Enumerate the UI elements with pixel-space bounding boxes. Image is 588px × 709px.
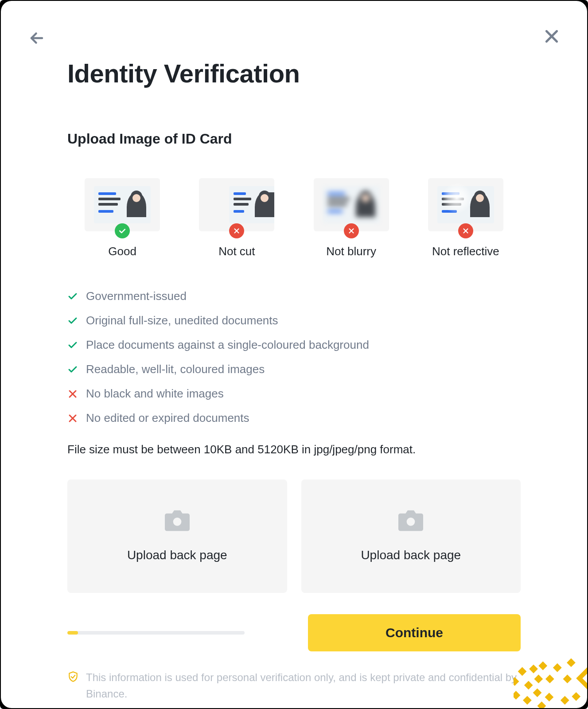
svg-point-13 (173, 518, 181, 526)
example-blurry: Not blurry (296, 178, 406, 258)
upload-label: Upload back page (127, 548, 227, 562)
upload-row: Upload back page Upload back page (67, 479, 521, 593)
x-icon (67, 389, 78, 399)
example-label: Not cut (218, 245, 255, 258)
back-button[interactable] (27, 30, 46, 46)
arrow-left-icon (27, 30, 46, 46)
id-example-good-icon (85, 178, 160, 231)
check-icon (67, 291, 78, 302)
example-row: Good Not cut (67, 178, 521, 258)
progress-fill (67, 631, 78, 635)
page-title: Identity Verification (67, 58, 521, 88)
requirement-text: No black and white images (86, 387, 224, 401)
example-label: Not blurry (326, 245, 376, 258)
x-circle-icon (344, 223, 359, 238)
close-button[interactable] (543, 27, 561, 45)
x-icon (67, 413, 78, 424)
requirement-text: No edited or expired documents (86, 411, 249, 425)
example-reflective: Not reflective (411, 178, 521, 258)
requirement-text: Original full-size, unedited documents (86, 314, 278, 327)
id-example-cut-icon (199, 178, 274, 231)
verification-modal: Identity Verification Upload Image of ID… (1, 1, 587, 708)
upload-label: Upload back page (361, 548, 461, 562)
requirement-text: Readable, well-lit, coloured images (86, 362, 265, 376)
progress-bar (67, 631, 245, 635)
example-good: Good (67, 178, 177, 258)
check-icon (67, 364, 78, 375)
example-label: Good (108, 245, 136, 258)
requirement-item: Readable, well-lit, coloured images (67, 362, 521, 376)
requirements-list: Government-issued Original full-size, un… (67, 289, 521, 425)
check-icon (67, 316, 78, 326)
requirement-item: Place documents against a single-coloure… (67, 338, 521, 352)
filesize-note: File size must be between 10KB and 5120K… (67, 443, 521, 456)
camera-icon (398, 510, 423, 531)
requirement-item: No black and white images (67, 387, 521, 401)
requirement-text: Government-issued (86, 289, 187, 303)
shield-check-icon (67, 671, 79, 682)
id-example-blurry-icon (314, 178, 389, 231)
upload-back-left[interactable]: Upload back page (67, 479, 287, 593)
bottom-row: Continue (67, 614, 521, 651)
privacy-text: This information is used for personal ve… (86, 669, 521, 702)
close-icon (543, 27, 561, 45)
requirement-text: Place documents against a single-coloure… (86, 338, 369, 352)
x-circle-icon (458, 223, 473, 238)
upload-back-right[interactable]: Upload back page (301, 479, 521, 593)
requirement-item: Government-issued (67, 289, 521, 303)
continue-button[interactable]: Continue (308, 614, 521, 651)
check-circle-icon (115, 223, 130, 238)
requirement-item: Original full-size, unedited documents (67, 314, 521, 327)
check-icon (67, 340, 78, 351)
privacy-footer: This information is used for personal ve… (67, 669, 521, 702)
camera-icon (165, 510, 190, 531)
qr-code-decoration (514, 635, 587, 708)
id-example-reflective-icon (428, 178, 503, 231)
x-circle-icon (229, 223, 244, 238)
requirement-item: No edited or expired documents (67, 411, 521, 425)
svg-point-14 (407, 518, 415, 526)
example-label: Not reflective (432, 245, 499, 258)
example-cut: Not cut (182, 178, 292, 258)
page-subtitle: Upload Image of ID Card (67, 131, 521, 147)
